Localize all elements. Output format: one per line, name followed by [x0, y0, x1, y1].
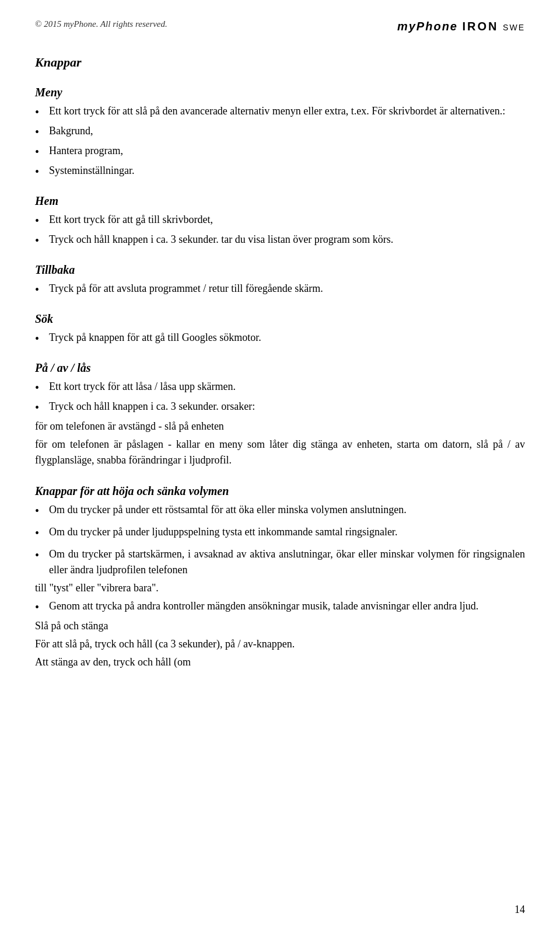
meny-text-1: Ett kort tryck för att slå på den avance…: [49, 103, 525, 119]
hem-bullet-2: • Tryck och håll knappen i ca. 3 sekunde…: [35, 232, 525, 249]
brand-name-bold: IRON: [463, 20, 499, 33]
volym-text-4: Genom att trycka på andra kontroller män…: [49, 598, 525, 614]
bullet-icon-hem-1: •: [35, 212, 47, 229]
subsection-hem: Hem: [35, 192, 525, 210]
meny-list-item-1: • Bakgrund,: [35, 123, 525, 141]
meny-list-item-2: • Hantera program,: [35, 143, 525, 161]
volym-bullet-3: • Om du trycker på startskärmen, i avsak…: [35, 546, 525, 578]
bullet-icon-tillbaka-1: •: [35, 281, 47, 298]
section-title-knappar: Knappar: [35, 53, 525, 72]
brand-region: SWE: [503, 23, 525, 32]
meny-list-text-3: Systeminställningar.: [49, 163, 525, 179]
subsection-meny: Meny: [35, 83, 525, 101]
meny-list-text-1: Bakgrund,: [49, 123, 525, 139]
bullet-icon-list-2: •: [35, 143, 47, 161]
bullet-icon-1: •: [35, 103, 47, 121]
paavlas-continuation-1: för om telefonen är avstängd - slå på en…: [35, 419, 525, 434]
bullet-icon-volym-3: •: [35, 546, 47, 564]
paavlas-bullet-2: • Tryck och håll knappen i ca. 3 sekunde…: [35, 399, 525, 416]
hem-text-1: Ett kort tryck för att gå till skrivbord…: [49, 212, 525, 228]
paavlas-bullet-1: • Ett kort tryck för att låsa / låsa upp…: [35, 379, 525, 396]
sla-pa-text: För att slå på, tryck och håll (ca 3 sek…: [35, 636, 525, 652]
brand-name-italic: myPhone: [397, 20, 458, 33]
bullet-icon-paavlas-2: •: [35, 399, 47, 416]
volym-bullet-2: • Om du trycker på under ljuduppspelning…: [35, 524, 525, 542]
subsection-paavlas: På / av / lås: [35, 359, 525, 377]
bullet-icon-volym-2: •: [35, 524, 47, 542]
bullet-icon-volym-1: •: [35, 502, 47, 520]
sok-text-1: Tryck på knappen för att gå till Googles…: [49, 330, 525, 346]
tillbaka-bullet-1: • Tryck på för att avsluta programmet / …: [35, 281, 525, 298]
main-content: Knappar Meny • Ett kort tryck för att sl…: [35, 53, 525, 670]
page-number: 14: [514, 902, 525, 918]
bullet-icon-volym-4: •: [35, 598, 47, 616]
meny-list-text-2: Hantera program,: [49, 143, 525, 159]
bullet-icon-list-1: •: [35, 123, 47, 141]
subsection-sok: Sök: [35, 310, 525, 327]
paavlas-text-1: Ett kort tryck för att låsa / låsa upp s…: [49, 379, 525, 395]
subsection-volym: Knappar för att höja och sänka volymen: [35, 482, 525, 500]
page-header: © 2015 myPhone. All rights reserved. myP…: [35, 18, 525, 35]
bullet-icon-hem-2: •: [35, 232, 47, 249]
copyright-text: © 2015 myPhone. All rights reserved.: [35, 18, 167, 31]
brand-logo: myPhone IRON SWE: [397, 18, 525, 35]
bullet-icon-list-3: •: [35, 163, 47, 180]
volym-bullet-1: • Om du trycker på under ett röstsamtal …: [35, 502, 525, 520]
hem-text-2: Tryck och håll knappen i ca. 3 sekunder.…: [49, 232, 525, 248]
meny-list-item-3: • Systeminställningar.: [35, 163, 525, 180]
paavlas-continuation-2: för om telefonen är påslagen - kallar en…: [35, 437, 525, 468]
stanga-text: Att stänga av den, tryck och håll (om: [35, 654, 525, 670]
bullet-icon-sok-1: •: [35, 330, 47, 347]
paavlas-text-2: Tryck och håll knappen i ca. 3 sekunder.…: [49, 399, 525, 414]
sla-pa-heading: Slå på och stänga: [35, 618, 525, 634]
tillbaka-text-1: Tryck på för att avsluta programmet / re…: [49, 281, 525, 297]
volym-text-1: Om du trycker på under ett röstsamtal fö…: [49, 502, 525, 518]
volym-bullet-4: • Genom att trycka på andra kontroller m…: [35, 598, 525, 616]
volym-text-2: Om du trycker på under ljuduppspelning t…: [49, 524, 525, 540]
subsection-tillbaka: Tillbaka: [35, 261, 525, 278]
bullet-icon-paavlas-1: •: [35, 379, 47, 396]
volym-continuation-3: till "tyst" eller "vibrera bara".: [35, 580, 525, 596]
meny-bullet-1: • Ett kort tryck för att slå på den avan…: [35, 103, 525, 121]
hem-bullet-1: • Ett kort tryck för att gå till skrivbo…: [35, 212, 525, 229]
sok-bullet-1: • Tryck på knappen för att gå till Googl…: [35, 330, 525, 347]
volym-text-3: Om du trycker på startskärmen, i avsakna…: [49, 546, 525, 578]
